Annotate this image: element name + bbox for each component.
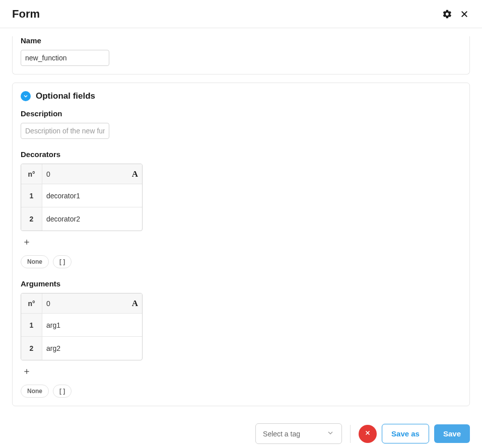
row-number: 2 [21,207,42,231]
row-number: 1 [21,314,42,337]
arguments-none-pill[interactable]: None [21,385,49,398]
decorators-table: n° 0 A 1 decorator1 2 decorator2 [21,164,143,231]
table-row: 2 decorator2 [21,207,142,231]
description-label: Description [21,109,461,118]
name-card: Name [12,36,470,74]
decorators-cell[interactable]: decorator2 [42,207,142,231]
optional-fields-title: Optional fields [36,91,95,101]
table-row: 1 arg1 [21,314,142,337]
arguments-col-header-text: 0 [46,300,50,308]
arguments-pill-row: None [ ] [21,385,461,398]
table-row: 1 decorator1 [21,184,142,207]
decorators-row-header: n° [21,164,42,184]
decorators-col-header-text: 0 [46,170,50,178]
settings-icon[interactable] [442,9,453,20]
arguments-table: n° 0 A 1 arg1 2 arg2 [21,293,143,360]
decorators-brackets-pill[interactable]: [ ] [53,255,72,268]
form-content: Name Optional fields Description Decorat… [0,36,482,406]
page-title: Form [12,8,40,21]
close-icon[interactable] [459,9,470,20]
delete-button[interactable] [359,425,377,443]
row-number: 2 [21,337,42,360]
optional-fields-header[interactable]: Optional fields [21,91,461,101]
table-row: 2 arg2 [21,337,142,360]
arguments-brackets-pill[interactable]: [ ] [53,385,72,398]
decorators-add-row-button[interactable] [21,236,33,248]
decorators-cell[interactable]: decorator1 [42,184,142,207]
font-icon: A [132,298,138,309]
name-label: Name [21,36,461,45]
arguments-cell[interactable]: arg1 [42,314,142,337]
optional-fields-card: Optional fields Description Decorators n… [12,83,470,406]
footer-buttons: Save as Save [359,424,470,443]
arguments-label: Arguments [21,279,461,288]
name-input[interactable] [21,50,109,66]
arguments-cell[interactable]: arg2 [42,337,142,360]
close-icon [364,429,371,438]
form-header: Form [0,0,482,28]
header-icons [442,9,470,20]
arguments-col-header[interactable]: 0 A [42,293,142,314]
save-as-button[interactable]: Save as [382,424,429,443]
arguments-add-row-button[interactable] [21,365,33,378]
font-icon: A [132,169,138,179]
decorators-pill-row: None [ ] [21,255,461,268]
decorators-col-header[interactable]: 0 A [42,164,142,184]
arguments-row-header: n° [21,293,42,314]
footer-divider [350,425,351,443]
form-footer: Select a tag Save as Save [0,417,482,448]
save-button[interactable]: Save [434,424,470,443]
decorators-none-pill[interactable]: None [21,255,49,268]
chevron-down-icon[interactable] [21,91,31,101]
chevron-down-icon [326,429,334,438]
tag-select[interactable]: Select a tag [255,423,342,444]
row-number: 1 [21,184,42,207]
description-input[interactable] [21,123,109,139]
decorators-label: Decorators [21,150,461,159]
tag-select-placeholder: Select a tag [263,430,300,438]
